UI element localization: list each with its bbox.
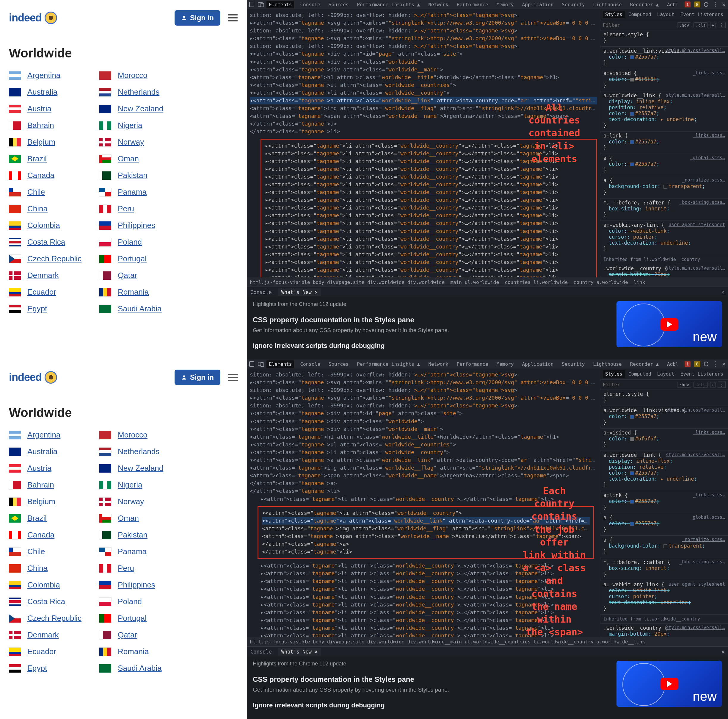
- devtools-tab[interactable]: Sources: [326, 360, 351, 368]
- country-item[interactable]: Philippines: [99, 580, 163, 590]
- country-link[interactable]: Ecuador: [28, 287, 56, 297]
- devtools-tab[interactable]: Memory: [494, 1, 516, 8]
- country-link[interactable]: Colombia: [28, 221, 60, 230]
- country-link[interactable]: Morocco: [118, 71, 147, 80]
- country-link[interactable]: Qatar: [118, 630, 137, 639]
- country-link[interactable]: Poland: [118, 238, 142, 247]
- error-chip[interactable]: 1: [685, 2, 691, 8]
- country-item[interactable]: Costa Rica: [9, 238, 81, 247]
- country-link[interactable]: Czech Republic: [28, 254, 81, 264]
- devtools-tab[interactable]: Recorder ▲: [628, 1, 661, 8]
- country-item[interactable]: Philippines: [99, 221, 163, 230]
- country-link[interactable]: Czech Republic: [28, 614, 81, 623]
- more-styles-icon[interactable]: ⋮: [718, 22, 726, 28]
- devtools-tab[interactable]: Application: [520, 1, 556, 8]
- country-link[interactable]: Belgium: [28, 497, 55, 506]
- wn-video-card-2[interactable]: new: [616, 661, 722, 707]
- country-item[interactable]: Oman: [99, 154, 163, 163]
- country-item[interactable]: Ecuador: [9, 647, 81, 656]
- country-item[interactable]: Qatar: [99, 271, 163, 280]
- country-link[interactable]: Romania: [118, 287, 149, 297]
- country-link[interactable]: China: [28, 204, 47, 213]
- country-link[interactable]: Norway: [118, 138, 144, 147]
- elements-pane-2[interactable]: sition: absolute; left: -9999px; overflo…: [247, 368, 600, 637]
- country-link[interactable]: Denmark: [28, 630, 58, 639]
- inspect-icon[interactable]: [249, 2, 254, 7]
- country-item[interactable]: Oman: [99, 514, 163, 523]
- devtools-tab[interactable]: Sources: [326, 1, 351, 8]
- country-link[interactable]: Canada: [28, 171, 54, 180]
- country-item[interactable]: China: [9, 564, 81, 573]
- country-link[interactable]: Netherlands: [118, 447, 159, 456]
- country-link[interactable]: Portugal: [118, 254, 147, 264]
- country-item[interactable]: Nigeria: [99, 121, 163, 130]
- country-item[interactable]: Norway: [99, 497, 163, 506]
- country-link[interactable]: Peru: [118, 564, 134, 573]
- country-item[interactable]: New Zealand: [99, 104, 163, 113]
- country-link[interactable]: Australia: [28, 447, 57, 456]
- country-item[interactable]: Pakistan: [99, 530, 163, 540]
- elements-pane-1[interactable]: sition: absolute; left: -9999px; overflo…: [247, 9, 600, 277]
- hov-chip[interactable]: :hov: [677, 382, 691, 388]
- logo-2[interactable]: indeed: [9, 371, 57, 383]
- country-item[interactable]: Brazil: [9, 514, 81, 523]
- country-item[interactable]: Morocco: [99, 430, 163, 440]
- country-item[interactable]: Colombia: [9, 221, 81, 230]
- styles-filter-input-2[interactable]: [603, 382, 675, 388]
- devtools-tab[interactable]: Lighthouse: [590, 1, 624, 8]
- cls-chip[interactable]: .cls: [693, 22, 708, 28]
- devtools-close-icon[interactable]: ×: [722, 360, 726, 368]
- country-link[interactable]: Bahrain: [28, 480, 54, 489]
- devtools-tab[interactable]: Recorder ▲: [628, 360, 661, 368]
- country-link[interactable]: Philippines: [118, 221, 155, 230]
- drawer-close-icon[interactable]: ×: [722, 649, 725, 655]
- breadcrumb-1[interactable]: html.js-focus-visible body div#page.site…: [247, 277, 728, 287]
- devtools-tab[interactable]: Console: [298, 360, 323, 368]
- country-item[interactable]: Egypt: [9, 664, 81, 673]
- country-item[interactable]: Panama: [99, 547, 163, 556]
- devtools-tab[interactable]: Security: [560, 1, 587, 8]
- devtools-close-icon[interactable]: ×: [722, 1, 726, 8]
- whatsnew-tab[interactable]: What's New ×: [278, 648, 321, 656]
- devtools-tab[interactable]: Memory: [494, 360, 516, 368]
- styles-tab[interactable]: Styles: [603, 11, 625, 18]
- country-link[interactable]: Egypt: [28, 664, 47, 673]
- country-link[interactable]: Costa Rica: [28, 238, 65, 247]
- devtools-tab[interactable]: Adblock Plus: [665, 1, 678, 8]
- country-link[interactable]: Argentina: [28, 430, 60, 440]
- signin-button-2[interactable]: Sign in: [174, 369, 220, 385]
- country-item[interactable]: Portugal: [99, 614, 163, 623]
- country-item[interactable]: Peru: [99, 204, 163, 213]
- warn-chip[interactable]: 8: [694, 361, 700, 367]
- styles-tab[interactable]: Computed: [626, 370, 654, 378]
- devtools-tab[interactable]: Elements: [266, 1, 294, 8]
- country-link[interactable]: New Zealand: [118, 104, 163, 113]
- country-link[interactable]: Romania: [118, 647, 149, 656]
- country-link[interactable]: Australia: [28, 87, 57, 97]
- styles-filter-input[interactable]: [603, 22, 675, 28]
- country-item[interactable]: Peru: [99, 564, 163, 573]
- country-item[interactable]: Chile: [9, 547, 81, 556]
- add-rule-icon[interactable]: +: [710, 382, 716, 388]
- country-item[interactable]: Morocco: [99, 71, 163, 80]
- country-item[interactable]: Czech Republic: [9, 254, 81, 264]
- signin-button[interactable]: Sign in: [174, 10, 220, 26]
- devtools-tab[interactable]: Network: [426, 360, 451, 368]
- device-toggle-icon[interactable]: [258, 2, 263, 6]
- country-item[interactable]: Austria: [9, 464, 81, 473]
- country-item[interactable]: Chile: [9, 187, 81, 197]
- menu-icon-2[interactable]: [228, 374, 238, 381]
- country-item[interactable]: Argentina: [9, 71, 81, 80]
- country-item[interactable]: Netherlands: [99, 87, 163, 97]
- devtools-tab[interactable]: Performance insights ▲: [355, 360, 422, 368]
- styles-tab[interactable]: Event Listeners: [678, 11, 726, 18]
- styles-tab[interactable]: Layout: [655, 11, 677, 18]
- country-link[interactable]: Philippines: [118, 580, 155, 590]
- devtools-tab[interactable]: Performance insights ▲: [355, 1, 422, 8]
- country-item[interactable]: Netherlands: [99, 447, 163, 456]
- country-item[interactable]: Australia: [9, 447, 81, 456]
- country-item[interactable]: Pakistan: [99, 171, 163, 180]
- country-link[interactable]: New Zealand: [118, 464, 163, 473]
- country-item[interactable]: Czech Republic: [9, 614, 81, 623]
- country-item[interactable]: Belgium: [9, 138, 81, 147]
